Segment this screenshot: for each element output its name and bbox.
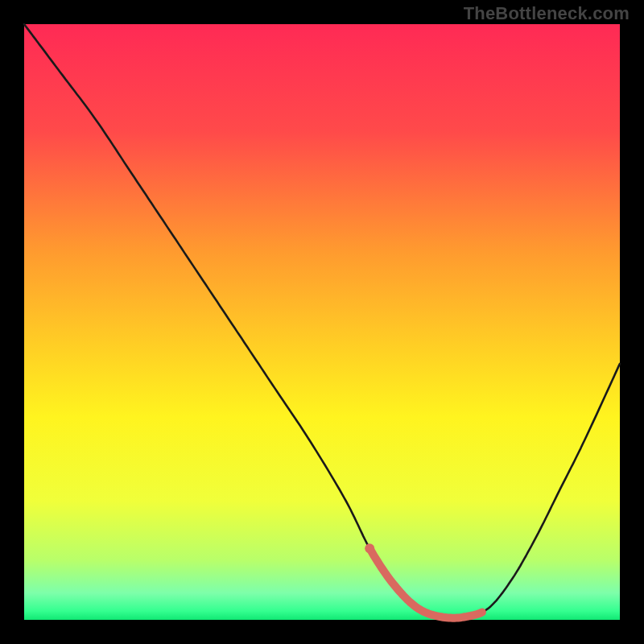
plot-area [24,24,620,620]
highlight-start-dot [365,543,374,553]
highlight-segment [369,548,482,618]
chart-frame: TheBottleneck.com [0,0,644,644]
watermark-text: TheBottleneck.com [464,3,630,24]
bottleneck-curve [24,24,620,618]
curve-layer [24,24,620,620]
